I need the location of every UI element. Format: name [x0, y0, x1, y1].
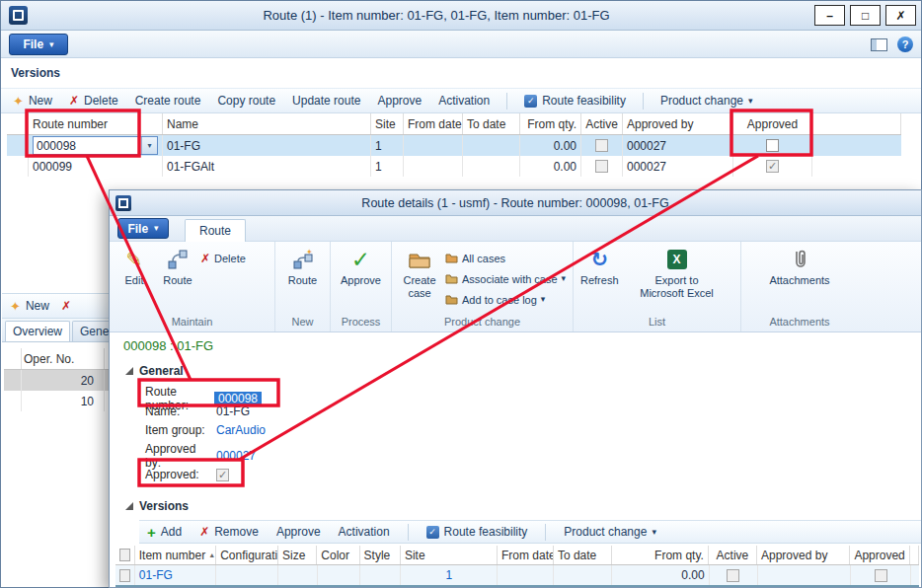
svg-text:✦: ✦	[306, 249, 313, 257]
column-header-approved-by[interactable]: Approved by	[623, 113, 733, 134]
create-case-button[interactable]: Create case	[396, 246, 443, 301]
route-button[interactable]: Route	[157, 246, 198, 289]
copy-route-button[interactable]: Copy route	[217, 94, 275, 108]
column-header-to-date[interactable]: To date	[463, 113, 520, 134]
collapse-triangle-icon	[125, 367, 133, 375]
column-header-configuration[interactable]: Configuration	[216, 546, 278, 564]
all-cases-button[interactable]: All cases	[445, 249, 566, 267]
column-header-site[interactable]: Site	[401, 546, 498, 564]
column-header-active[interactable]: Active	[709, 546, 757, 564]
file-menu-button[interactable]: File ▾	[9, 34, 68, 55]
pencil-icon: ✎	[126, 248, 143, 271]
dialog-tab-row: File ▾ Route	[110, 216, 921, 242]
create-route-button[interactable]: Create route	[135, 94, 201, 108]
column-header-from-qty[interactable]: From qty.	[612, 546, 709, 564]
select-column-header[interactable]	[4, 348, 22, 369]
product-change-button[interactable]: Product change▾	[660, 94, 753, 108]
sort-ascending-icon: ▲	[208, 551, 215, 558]
site-link[interactable]: 1	[401, 565, 498, 585]
chevron-down-icon: ▾	[652, 528, 656, 537]
table-row[interactable]: 10	[4, 391, 111, 411]
column-header-name[interactable]: Name	[163, 113, 371, 134]
new-button[interactable]: ✦New	[10, 299, 49, 313]
column-header-from-date[interactable]: From date	[498, 546, 554, 564]
column-header-item-number[interactable]: Item number▲	[135, 546, 216, 564]
toolbar-separator	[506, 93, 507, 110]
name-value[interactable]: 01-FG	[214, 404, 250, 418]
approve-button[interactable]: Approve	[377, 94, 422, 108]
table-row[interactable]: 000098 ▾ 01-FG 1 0.00 000027	[7, 135, 901, 156]
add-button[interactable]: +Add	[147, 525, 182, 540]
toolbar-separator	[545, 524, 546, 541]
route-feasibility-button[interactable]: ✓Route feasibility	[426, 525, 528, 539]
column-header-oper-no[interactable]: Oper. No.	[22, 348, 105, 369]
remove-button[interactable]: ✗Remove	[199, 525, 259, 539]
column-header-approved[interactable]: Approved	[850, 546, 910, 564]
select-column-header[interactable]	[7, 113, 29, 134]
tab-route[interactable]: Route	[185, 219, 246, 242]
new-button[interactable]: ✦New	[13, 94, 52, 108]
versions-section-header[interactable]: Versions	[125, 499, 189, 513]
table-row[interactable]: 20	[4, 370, 111, 391]
tab-general[interactable]: General	[72, 321, 111, 341]
table-row[interactable]: 01-FG 1 0.00	[115, 565, 919, 587]
ribbon-group-product-change: Create case All cases Associate with cas…	[392, 242, 574, 331]
general-section-header[interactable]: General	[125, 364, 184, 378]
approve-check-icon: ✓	[351, 248, 370, 271]
ribbon-group-label: Product change	[392, 315, 573, 331]
column-header-from-qty[interactable]: From qty.	[520, 113, 581, 134]
column-header-color[interactable]: Color	[317, 546, 359, 564]
file-menu-button[interactable]: File ▾	[117, 218, 169, 239]
column-header-size[interactable]: Size	[278, 546, 317, 564]
approved-checkbox	[875, 569, 887, 582]
activation-button[interactable]: Activation	[339, 525, 390, 539]
table-row[interactable]: 000099 01-FGAlt 1 0.00 000027	[7, 156, 901, 177]
select-all-checkbox[interactable]	[119, 549, 130, 561]
minimize-button[interactable]: –	[814, 5, 845, 26]
delete-button[interactable]: ✗	[61, 300, 71, 312]
add-to-case-log-button[interactable]: Add to case log ▾	[445, 290, 566, 309]
window-titlebar: Route (1) - Item number: 01-FG, 01-FG, I…	[1, 1, 921, 31]
route-new-icon: ✦	[292, 248, 314, 271]
attachments-button[interactable]: Attachments	[766, 246, 832, 289]
versions-toolbar: ✦New ✗Delete Create route Copy route Upd…	[1, 88, 921, 113]
refresh-button[interactable]: ↻ Refresh	[577, 246, 622, 289]
column-header-approved-by[interactable]: Approved by	[757, 546, 850, 564]
export-to-excel-button[interactable]: X Export to Microsoft Excel	[630, 246, 725, 301]
route-feasibility-button[interactable]: ✓Route feasibility	[524, 94, 626, 108]
approved-field: Approved:	[145, 468, 229, 481]
associate-with-case-button[interactable]: Associate with case ▾	[445, 269, 566, 288]
route-icon	[167, 248, 189, 271]
route-number-combobox[interactable]: 000098 ▾	[33, 136, 158, 155]
new-route-button[interactable]: ✦ Route	[282, 246, 324, 289]
column-header-style[interactable]: Style	[360, 546, 401, 564]
edit-button[interactable]: ✎ Edit	[114, 246, 155, 289]
column-header-route-number[interactable]: Route number	[29, 113, 163, 134]
ribbon-group-attachments: Attachments Attachments	[741, 242, 858, 331]
row-select-checkbox[interactable]	[119, 569, 130, 582]
route-number-value[interactable]: 000098	[214, 392, 262, 405]
activation-button[interactable]: Activation	[438, 94, 490, 108]
column-header-site[interactable]: Site	[371, 113, 404, 134]
approved-by-link[interactable]: 000027	[214, 449, 256, 463]
help-icon[interactable]: ?	[897, 37, 913, 52]
tab-overview[interactable]: Overview	[5, 321, 70, 341]
maximize-button[interactable]: □	[850, 5, 881, 26]
chevron-down-icon[interactable]: ▾	[141, 137, 157, 154]
column-header-to-date[interactable]: To date	[554, 546, 612, 564]
close-button[interactable]: ✗	[885, 5, 916, 26]
update-route-button[interactable]: Update route	[292, 94, 360, 108]
ribbon-group-process: ✓ Approve Process	[331, 242, 392, 331]
item-group-link[interactable]: CarAudio	[214, 423, 266, 437]
item-number-link[interactable]: 01-FG	[135, 565, 217, 585]
delete-button[interactable]: ✗Delete	[69, 94, 118, 108]
column-header-from-date[interactable]: From date	[404, 113, 463, 134]
window-layout-icon[interactable]	[871, 38, 887, 51]
approve-button[interactable]: ✓ Approve	[338, 246, 384, 289]
column-header-active[interactable]: Active	[581, 113, 623, 134]
product-change-button[interactable]: Product change▾	[564, 525, 656, 539]
approve-button[interactable]: Approve	[276, 525, 321, 539]
column-header-approved[interactable]: Approved	[733, 113, 812, 134]
delete-button[interactable]: ✗ Delete	[200, 249, 246, 267]
ribbon-group-maintain: ✎ Edit Route ✗ Delete Maintain	[110, 242, 275, 331]
